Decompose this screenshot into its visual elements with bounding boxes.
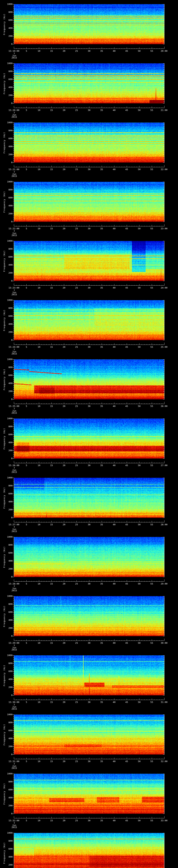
x-tick-label: 25 [75, 287, 78, 289]
y-tick-label: 0 [5, 220, 12, 223]
y-tick-label: 0 [5, 102, 12, 104]
x-tick-label: 10 [37, 760, 40, 763]
x-tick-label: 50 [138, 701, 141, 703]
x-tick-label: 40 [113, 287, 116, 289]
x-tick-label: 50 [138, 760, 141, 763]
x-tick-label: 25 [75, 583, 78, 585]
x-end-time-label: 27:00 [160, 464, 168, 466]
x-tick-label: 5 [26, 523, 27, 526]
x-tick-label: 35 [100, 168, 103, 170]
y-tick-label: 0 [5, 517, 12, 519]
x-tick-label: 40 [113, 819, 116, 822]
x-tick-label: 20 [63, 227, 65, 230]
x-tick-label: 15 [50, 523, 53, 526]
date-year-label: 2015 [11, 412, 17, 414]
date-year-label: 2015 [11, 57, 17, 59]
y-tick-label: 600 [5, 196, 12, 199]
x-tick-label: 20 [63, 583, 65, 585]
y-tick-label: 1000 [5, 536, 12, 538]
y-axis-label: Frequency (Hz) [3, 369, 5, 390]
x-tick-label: 25 [75, 109, 78, 111]
x-tick-label: 5 [26, 227, 27, 230]
y-tick-label: 400 [5, 145, 12, 148]
spectrogram-panel: Frequency (Hz) 02004006008001000 15:29:0… [0, 592, 178, 651]
y-tick-label: 1000 [5, 713, 12, 716]
y-tick-label: 800 [5, 780, 12, 783]
y-tick-label: 1000 [5, 832, 12, 834]
y-tick-label: 0 [5, 339, 12, 341]
x-start-time-label: 15:23:00 [8, 287, 20, 289]
y-tick-label: 200 [5, 331, 12, 333]
spectrogram-panel: Frequency (Hz) 02004006008001000 15:21:0… [0, 118, 178, 178]
x-tick-label: 20 [63, 760, 65, 763]
x-tick-label: 40 [113, 50, 116, 52]
x-tick-label: 35 [100, 701, 103, 703]
x-tick-label: 5 [26, 464, 27, 466]
x-tick-label: 40 [113, 642, 116, 644]
y-tick-label: 1000 [5, 476, 12, 479]
x-tick-label: 25 [75, 819, 78, 822]
y-tick-label: 600 [5, 552, 12, 554]
x-tick-label: 5 [26, 760, 27, 763]
x-tick-label: 30 [88, 583, 91, 585]
y-tick-label: 800 [5, 544, 12, 546]
y-tick-label: 200 [5, 745, 12, 748]
y-tick-label: 1000 [5, 773, 12, 775]
x-tick-label: 5 [26, 405, 27, 407]
x-tick-label: 15 [50, 760, 53, 763]
x-tick-label: 55 [150, 523, 153, 526]
x-tick-label: 5 [26, 50, 27, 52]
spectrogram-panel: Frequency (Hz) 02004006008001000 15:28:0… [0, 533, 178, 592]
x-end-time-label: 26:00 [160, 405, 168, 407]
x-tick-label: 30 [88, 819, 91, 822]
y-tick-label: 400 [5, 323, 12, 325]
spectrogram-panel: Frequency (Hz) 02004006008001000 15:26:0… [0, 414, 178, 473]
x-tick-label: 45 [125, 405, 128, 407]
y-tick-label: 0 [5, 812, 12, 815]
x-tick-label: 20 [63, 405, 65, 407]
x-tick-label: 30 [88, 760, 91, 763]
y-tick-label: 600 [5, 611, 12, 613]
date-year-label: 2015 [11, 471, 17, 473]
x-tick-label: 55 [150, 819, 153, 822]
x-tick-label: 20 [63, 287, 65, 289]
x-tick-label: 30 [88, 109, 91, 111]
x-tick-label: 50 [138, 109, 141, 111]
x-tick-label: 50 [138, 405, 141, 407]
y-tick-label: 400 [5, 560, 12, 562]
x-tick-label: 50 [138, 583, 141, 585]
y-axis-label: Frequency (Hz) [3, 428, 5, 450]
y-tick-label: 200 [5, 213, 12, 215]
date-year-label: 2015 [11, 530, 17, 532]
x-end-time-label: 30:00 [160, 642, 168, 644]
y-axis-label: Frequency (Hz) [3, 546, 5, 568]
x-tick-label: 10 [37, 642, 40, 644]
x-end-time-label: 24:00 [160, 287, 168, 289]
x-tick-label: 15 [50, 464, 53, 466]
x-tick-label: 15 [50, 50, 53, 52]
x-tick-label: 55 [150, 50, 153, 52]
x-tick-label: 25 [75, 464, 78, 466]
x-tick-label: 45 [125, 760, 128, 763]
y-tick-label: 200 [5, 864, 12, 866]
x-start-time-label: 15:25:00 [8, 405, 20, 407]
y-tick-label: 1000 [5, 417, 12, 420]
x-tick-label: 20 [63, 464, 65, 466]
y-tick-label: 400 [5, 86, 12, 89]
x-tick-label: 30 [88, 50, 91, 52]
x-tick-label: 55 [150, 287, 153, 289]
x-tick-label: 40 [113, 583, 116, 585]
x-tick-label: 10 [37, 405, 40, 407]
y-tick-label: 800 [5, 662, 12, 664]
x-tick-label: 10 [37, 523, 40, 526]
y-tick-label: 400 [5, 27, 12, 29]
x-tick-label: 50 [138, 346, 141, 348]
x-tick-label: 10 [37, 287, 40, 289]
x-tick-label: 55 [150, 405, 153, 407]
date-year-label: 2015 [11, 708, 17, 710]
x-tick-label: 25 [75, 642, 78, 644]
x-tick-label: 20 [63, 109, 65, 111]
y-axis-label: Frequency (Hz) [3, 606, 5, 627]
y-axis-label: Frequency (Hz) [3, 665, 5, 686]
spectrogram-panel: Frequency (Hz) 02004006008001000 15:32:0… [0, 770, 178, 829]
